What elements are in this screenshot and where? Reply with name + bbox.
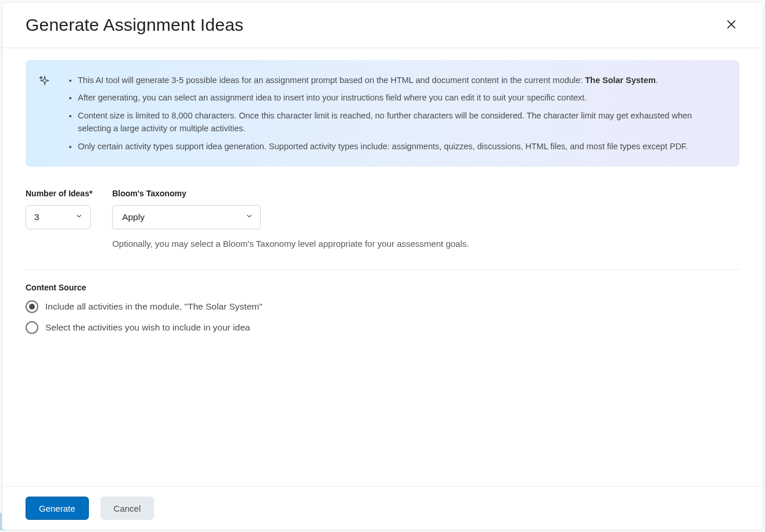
generate-ideas-dialog: Generate Assignment Ideas Th: [2, 2, 763, 530]
dialog-body: This AI tool will generate 3-5 possible …: [2, 48, 763, 486]
blooms-taxonomy-value: Apply: [122, 212, 145, 222]
dialog-header: Generate Assignment Ideas: [2, 2, 763, 48]
content-source-radio-group: Include all activities in the module, "T…: [26, 300, 739, 334]
radio-select-activities[interactable]: Select the activities you wish to includ…: [26, 321, 739, 334]
blooms-taxonomy-select[interactable]: Apply: [112, 205, 261, 229]
radio-select-activities-label: Select the activities you wish to includ…: [45, 322, 250, 333]
radio-icon: [26, 321, 38, 334]
info-line-4: Only certain activity types support idea…: [78, 140, 722, 153]
cancel-button[interactable]: Cancel: [100, 497, 155, 520]
content-source-label: Content Source: [26, 283, 739, 292]
chevron-down-icon: [245, 212, 253, 222]
number-of-ideas-label: Number of Ideas*: [26, 189, 92, 198]
number-of-ideas-select[interactable]: 3: [26, 205, 91, 229]
divider: [26, 269, 739, 270]
dialog-overlay: Generate Assignment Ideas Th: [0, 0, 765, 532]
blooms-taxonomy-help: Optionally, you may select a Bloom's Tax…: [112, 239, 469, 249]
dialog-title: Generate Assignment Ideas: [26, 15, 243, 35]
blooms-taxonomy-field: Bloom's Taxonomy Apply Optionally, you m…: [112, 189, 469, 249]
info-line-1-bold: The Solar System: [585, 76, 656, 85]
info-line-1-pre: This AI tool will generate 3-5 possible …: [78, 76, 585, 85]
info-line-2: After generating, you can select an assi…: [78, 91, 722, 104]
radio-include-all[interactable]: Include all activities in the module, "T…: [26, 300, 739, 313]
blooms-taxonomy-label: Bloom's Taxonomy: [112, 189, 469, 198]
form-row: Number of Ideas* 3 Bloom's Taxonomy Appl…: [26, 189, 739, 249]
dialog-footer: Generate Cancel: [2, 486, 763, 530]
info-box: This AI tool will generate 3-5 possible …: [26, 60, 739, 167]
sparkle-icon: [38, 75, 51, 91]
content-source-section: Content Source Include all activities in…: [26, 283, 739, 334]
close-button[interactable]: [723, 17, 739, 33]
info-line-1: This AI tool will generate 3-5 possible …: [78, 74, 722, 87]
radio-include-all-label: Include all activities in the module, "T…: [45, 301, 263, 312]
number-of-ideas-value: 3: [34, 212, 39, 222]
info-list: This AI tool will generate 3-5 possible …: [67, 74, 722, 153]
generate-button[interactable]: Generate: [26, 497, 89, 520]
radio-icon: [26, 300, 38, 313]
chevron-down-icon: [75, 212, 83, 222]
close-icon: [726, 19, 737, 32]
info-line-1-post: .: [656, 76, 658, 85]
number-of-ideas-field: Number of Ideas* 3: [26, 189, 92, 229]
info-line-3: Content size is limited to 8,000 charact…: [78, 109, 722, 135]
